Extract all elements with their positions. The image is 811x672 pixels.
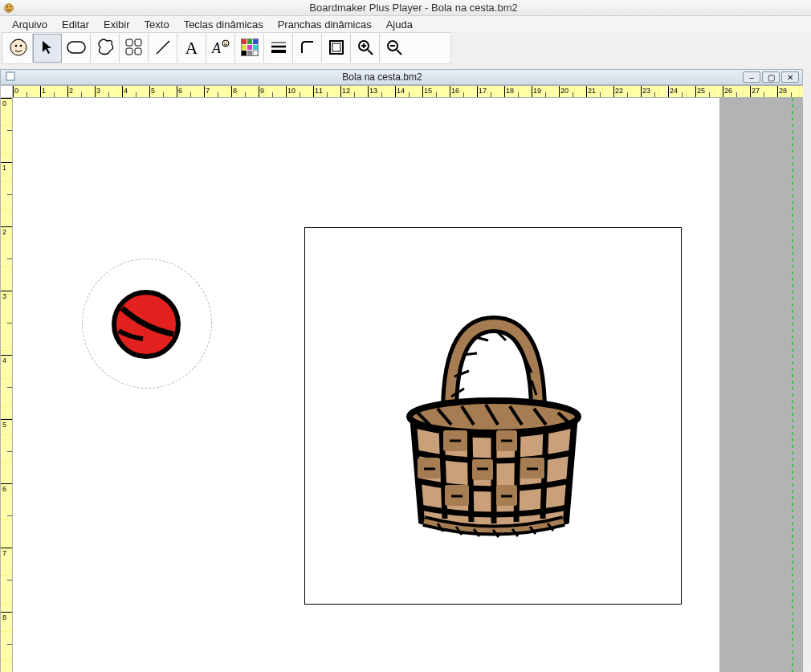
document-titlebar[interactable]: Bola na cesta.bm2 – ▢ ✕: [0, 69, 803, 85]
text-a-icon: A: [185, 38, 198, 59]
text-style-icon: A: [210, 39, 231, 59]
rounded-rect-tool[interactable]: [62, 34, 91, 63]
square-icon: [328, 39, 345, 59]
svg-rect-23: [242, 51, 247, 55]
document-title: Bola na cesta.bm2: [22, 71, 743, 83]
minimize-button[interactable]: –: [743, 71, 760, 83]
color-palette-icon: [241, 39, 259, 59]
ruler-horizontal[interactable]: 0123456789101112131415161718192021222324…: [13, 85, 803, 98]
maximize-button[interactable]: ▢: [762, 71, 780, 83]
svg-rect-17: [242, 39, 247, 44]
line-weight-icon: [270, 40, 287, 57]
svg-rect-19: [253, 39, 258, 44]
ruler-corner: [0, 85, 13, 98]
close-button[interactable]: ✕: [781, 71, 799, 83]
svg-rect-6: [67, 42, 85, 53]
svg-rect-25: [253, 51, 258, 55]
svg-text:A: A: [211, 40, 222, 56]
svg-point-0: [5, 3, 14, 12]
app-titlebar: Boardmaker Plus Player - Bola na cesta.b…: [0, 0, 811, 16]
rounded-rect-icon: [67, 41, 86, 56]
svg-line-43: [475, 337, 488, 340]
freeform-tool[interactable]: [91, 34, 120, 63]
grid-cells-icon: [125, 39, 143, 59]
svg-point-15: [226, 42, 226, 43]
zoom-out-tool[interactable]: [380, 34, 409, 63]
page-edge-guide: [792, 98, 793, 672]
svg-rect-30: [332, 43, 340, 51]
svg-rect-20: [242, 45, 247, 50]
svg-rect-8: [135, 39, 141, 46]
menu-pranchas-dinamicas[interactable]: Pranchas dinâmicas: [271, 18, 379, 31]
svg-rect-21: [247, 45, 252, 50]
zoom-out-icon: [385, 39, 403, 59]
line-weight-tool[interactable]: [264, 34, 293, 63]
svg-rect-18: [247, 39, 252, 44]
color-palette-tool[interactable]: [235, 34, 264, 63]
svg-point-14: [223, 42, 224, 43]
app-icon: [3, 2, 14, 14]
app-title: Boardmaker Plus Player - Bola na cesta.b…: [19, 2, 808, 14]
face-icon: [7, 36, 30, 61]
svg-rect-29: [330, 41, 343, 54]
svg-point-13: [222, 40, 229, 47]
menubar: Arquivo Editar Exibir Texto Teclas dinâm…: [0, 16, 811, 32]
ruler-vertical[interactable]: 0123456789: [0, 98, 13, 672]
window-controls: – ▢ ✕: [743, 71, 799, 83]
document-window: Bola na cesta.bm2 – ▢ ✕ 0123456789101112…: [0, 69, 803, 672]
pointer-tool[interactable]: [33, 34, 62, 63]
svg-rect-38: [6, 72, 14, 80]
maximize-icon: ▢: [768, 73, 775, 82]
svg-rect-7: [126, 39, 132, 46]
svg-rect-22: [253, 45, 258, 50]
freeform-icon: [96, 38, 115, 59]
zoom-in-tool[interactable]: [351, 34, 380, 63]
svg-point-4: [14, 44, 17, 47]
line-icon: [154, 39, 172, 59]
menu-arquivo[interactable]: Arquivo: [5, 18, 55, 31]
svg-line-32: [368, 50, 373, 55]
basket-container[interactable]: [304, 227, 682, 605]
svg-point-5: [19, 44, 22, 47]
corner-icon: [299, 39, 316, 59]
text-tool[interactable]: A: [177, 34, 206, 63]
corner-tool[interactable]: [293, 34, 322, 63]
svg-line-57: [470, 432, 471, 522]
close-icon: ✕: [787, 73, 793, 82]
svg-rect-10: [135, 48, 141, 55]
svg-line-36: [397, 50, 401, 55]
toolbar: A A: [2, 32, 451, 64]
svg-point-2: [10, 6, 11, 7]
square-tool[interactable]: [322, 34, 351, 63]
text-style-tool[interactable]: A: [206, 34, 235, 63]
svg-line-11: [157, 41, 169, 54]
svg-rect-24: [247, 51, 252, 55]
menu-editar[interactable]: Editar: [55, 18, 96, 31]
svg-line-42: [463, 353, 477, 355]
menu-texto[interactable]: Texto: [137, 18, 177, 31]
workspace: Bola na cesta.bm2 – ▢ ✕ 0123456789101112…: [0, 67, 811, 670]
pointer-icon: [39, 39, 55, 58]
grid-cells-tool[interactable]: [120, 34, 149, 63]
menu-teclas-dinamicas[interactable]: Teclas dinâmicas: [177, 18, 271, 31]
menu-exibir[interactable]: Exibir: [96, 18, 137, 31]
page[interactable]: [13, 98, 719, 672]
document-icon: [6, 71, 17, 83]
page-margin: [719, 98, 803, 672]
line-tool[interactable]: [149, 34, 177, 63]
ball-symbol[interactable]: [111, 289, 181, 360]
canvas[interactable]: [13, 98, 803, 672]
minimize-icon: –: [749, 73, 754, 82]
face-tool[interactable]: [4, 34, 33, 63]
menu-ajuda[interactable]: Ajuda: [379, 18, 420, 31]
zoom-in-icon: [357, 39, 374, 59]
svg-rect-9: [126, 48, 132, 55]
svg-point-1: [6, 6, 8, 7]
basket-symbol[interactable]: [393, 308, 594, 541]
